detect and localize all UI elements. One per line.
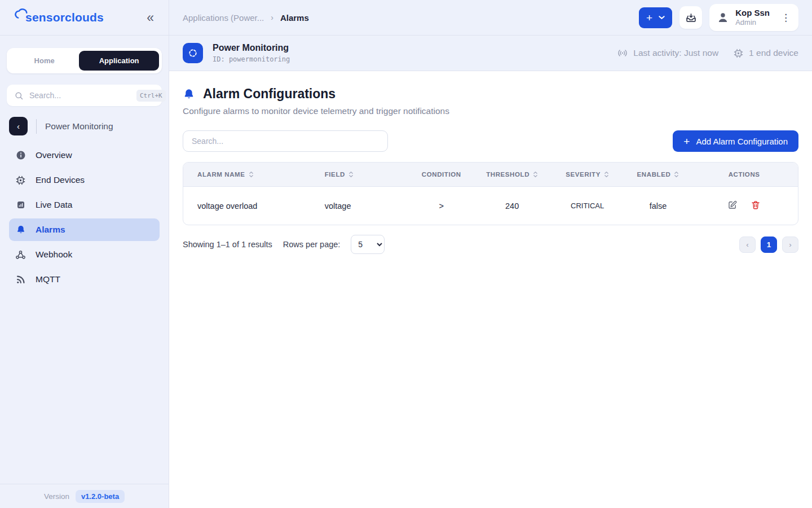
trash-icon	[751, 200, 761, 210]
sidebar-item-label: Alarms	[36, 225, 65, 235]
column-header-condition: CONDITION	[408, 163, 475, 187]
main-area: Applications (Power... › Alarms +	[169, 0, 812, 508]
cell-field: voltage	[325, 187, 408, 225]
page-subtitle: Configure alarms to monitor device telem…	[183, 106, 798, 116]
application-id: ID: powermonitoring	[213, 55, 290, 63]
topbar-actions: +	[639, 4, 798, 31]
alarms-table: ALARM NAME FIELD	[183, 162, 798, 225]
tab-home[interactable]: Home	[10, 51, 79, 71]
table-header-row: ALARM NAME FIELD	[183, 163, 798, 187]
application-header-band: Power Monitoring ID: powermonitoring Las…	[169, 36, 812, 71]
cell-severity: CRITICAL	[549, 187, 626, 225]
column-label: SEVERITY	[566, 171, 601, 178]
alarm-search-input[interactable]	[183, 130, 388, 152]
chip-icon	[15, 175, 26, 186]
inbox-tray-icon	[685, 12, 697, 24]
last-activity: Last activity: Just now	[617, 47, 718, 59]
add-alarm-configuration-button[interactable]: + Add Alarm Configuration	[673, 130, 798, 152]
sidebar-footer: Version v1.2.0-beta	[0, 484, 169, 508]
chevron-left-icon: ‹	[746, 240, 749, 249]
breadcrumb-applications[interactable]: Applications (Power...	[183, 13, 264, 23]
info-icon	[15, 150, 26, 161]
delete-alarm-button[interactable]	[751, 200, 761, 210]
cell-threshold: 240	[475, 187, 549, 225]
create-dropdown-button[interactable]: +	[639, 7, 672, 28]
cell-actions	[690, 187, 798, 225]
sidebar-item-webhook[interactable]: Webhook	[9, 243, 160, 266]
sidebar-search-input[interactable]	[29, 91, 131, 100]
sort-icon	[604, 170, 609, 178]
column-label: ACTIONS	[729, 171, 760, 178]
column-header-alarm-name[interactable]: ALARM NAME	[183, 163, 325, 187]
sidebar-item-live-data[interactable]: Live Data	[9, 194, 160, 216]
sidebar-item-mqtt[interactable]: MQTT	[9, 268, 160, 291]
rss-icon	[15, 274, 26, 285]
app-root: sensorclouds « Home Application Ctrl+K ‹…	[0, 0, 812, 508]
page-title-row: Alarm Configurations	[183, 86, 798, 102]
inbox-button[interactable]	[679, 6, 702, 29]
application-tile-icon	[183, 43, 203, 63]
sort-icon	[674, 170, 679, 178]
avatar	[716, 11, 730, 24]
end-device-count-text: 1 end device	[749, 48, 798, 58]
edit-alarm-button[interactable]	[727, 200, 738, 210]
sidebar-item-label: End Devices	[36, 175, 85, 185]
sidebar: sensorclouds « Home Application Ctrl+K ‹…	[0, 0, 169, 508]
column-header-field[interactable]: FIELD	[325, 163, 408, 187]
column-label: CONDITION	[422, 171, 461, 178]
table-controls: + Add Alarm Configuration	[183, 130, 798, 152]
app-logo: sensorclouds	[12, 11, 104, 25]
application-titles: Power Monitoring ID: powermonitoring	[213, 43, 290, 63]
column-header-enabled[interactable]: ENABLED	[626, 163, 690, 187]
page-number: 1	[767, 240, 771, 249]
cell-condition: >	[408, 187, 475, 225]
signal-icon	[617, 47, 628, 59]
application-title: Power Monitoring	[213, 43, 290, 53]
sidebar-item-label: Overview	[36, 150, 72, 160]
end-device-count: 1 end device	[733, 48, 798, 59]
back-button[interactable]: ‹	[9, 117, 28, 135]
application-identity: Power Monitoring ID: powermonitoring	[183, 43, 290, 63]
app-context-row: ‹ Power Monitoring	[9, 117, 162, 135]
sidebar-header: sensorclouds «	[0, 0, 169, 36]
user-role: Admin	[735, 19, 770, 27]
edit-icon	[727, 200, 738, 210]
search-icon	[14, 90, 24, 101]
user-name: Kop Ssn	[735, 8, 770, 17]
context-divider	[36, 119, 37, 134]
last-activity-text: Last activity: Just now	[633, 48, 718, 58]
sidebar-nav: Overview End Devices Live Data Alarms	[9, 144, 160, 293]
column-label: ENABLED	[637, 171, 671, 178]
previous-page-button[interactable]: ‹	[739, 237, 756, 253]
sort-icon	[348, 170, 354, 178]
collapse-icon: «	[147, 10, 154, 25]
sidebar-collapse-button[interactable]: «	[144, 10, 156, 25]
sidebar-item-overview[interactable]: Overview	[9, 144, 160, 167]
next-page-button[interactable]: ›	[782, 237, 798, 253]
version-label: Version	[44, 492, 69, 501]
chip-icon	[733, 48, 744, 59]
cell-enabled: false	[626, 187, 690, 225]
sidebar-search: Ctrl+K	[7, 85, 162, 106]
cell-alarm-name: voltage overload	[183, 187, 325, 225]
topbar: Applications (Power... › Alarms +	[169, 0, 812, 36]
sidebar-item-end-devices[interactable]: End Devices	[9, 169, 160, 191]
sort-icon	[249, 170, 254, 178]
sidebar-mode-tabs: Home Application	[7, 48, 162, 73]
sidebar-item-alarms[interactable]: Alarms	[9, 218, 160, 241]
user-menu[interactable]: Kop Ssn Admin ⋮	[709, 4, 798, 31]
add-alarm-configuration-label: Add Alarm Configuration	[696, 137, 788, 146]
user-kebab-menu-button[interactable]: ⋮	[775, 8, 796, 27]
application-meta: Last activity: Just now 1 end device	[617, 47, 798, 59]
page-1-button[interactable]: 1	[761, 237, 777, 253]
tab-application[interactable]: Application	[79, 51, 159, 71]
logo-text: sensorclouds	[25, 11, 104, 24]
bell-icon	[183, 88, 195, 100]
table-row: voltage overload voltage > 240 CRITICAL …	[183, 187, 798, 225]
column-header-threshold[interactable]: THRESHOLD	[475, 163, 549, 187]
user-info: Kop Ssn Admin	[735, 8, 770, 27]
bar-chart-icon	[15, 200, 26, 211]
results-summary: Showing 1–1 of 1 results	[183, 240, 272, 249]
rows-per-page-select[interactable]: 5	[351, 235, 385, 254]
column-header-severity[interactable]: SEVERITY	[549, 163, 626, 187]
